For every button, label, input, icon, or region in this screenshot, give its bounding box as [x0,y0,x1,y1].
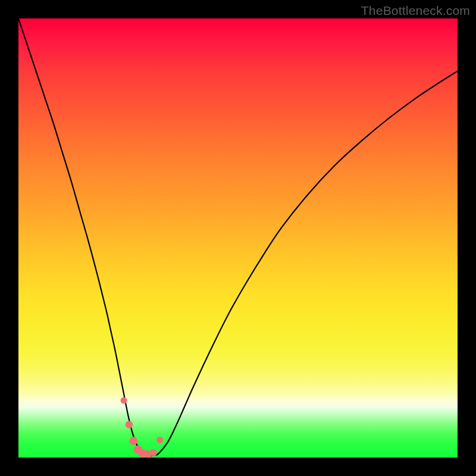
chart-frame: TheBottleneck.com [0,0,476,476]
valley-marker [130,437,138,445]
valley-marker [121,397,127,404]
valley-marker [149,449,156,456]
valley-markers [121,397,164,458]
watermark-text: TheBottleneck.com [361,4,470,18]
plot-area [18,18,458,458]
bottleneck-curve [18,18,458,456]
valley-marker [156,437,163,443]
valley-marker [126,421,133,428]
chart-svg [18,18,458,458]
